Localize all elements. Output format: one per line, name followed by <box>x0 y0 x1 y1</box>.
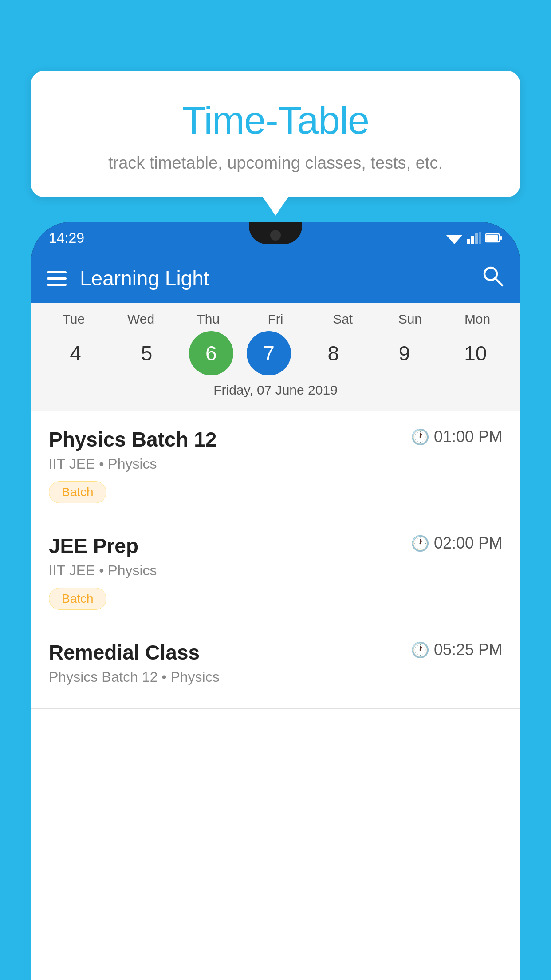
svg-rect-6 <box>500 236 502 240</box>
status-time: 14:29 <box>49 230 84 246</box>
day-8[interactable]: 8 <box>304 331 362 375</box>
wifi-icon <box>446 232 462 244</box>
schedule-time-value-3: 05:25 PM <box>434 640 502 659</box>
batch-badge-2: Batch <box>49 588 106 610</box>
schedule-container: Physics Batch 12 🕐 01:00 PM IIT JEE • Ph… <box>31 411 520 980</box>
calendar-week: Tue Wed Thu Fri Sat Sun Mon 4 5 6 7 8 9 … <box>31 303 520 411</box>
notch <box>249 222 302 244</box>
hamburger-line-3 <box>47 284 67 286</box>
search-icon[interactable] <box>481 264 504 292</box>
day-10[interactable]: 10 <box>447 331 504 375</box>
schedule-subtitle-2: IIT JEE • Physics <box>49 562 502 579</box>
day-header-sat: Sat <box>314 312 372 327</box>
day-header-fri: Fri <box>247 312 304 327</box>
schedule-title-3: Remedial Class <box>49 640 200 664</box>
schedule-time-1: 🕐 01:00 PM <box>411 427 502 446</box>
schedule-item-1-top: Physics Batch 12 🕐 01:00 PM <box>49 427 502 451</box>
svg-rect-1 <box>467 239 470 244</box>
tooltip-card: Time-Table track timetable, upcoming cla… <box>31 71 520 197</box>
batch-badge-1: Batch <box>49 481 106 503</box>
app-bar-title: Learning Light <box>80 266 209 290</box>
schedule-item-1[interactable]: Physics Batch 12 🕐 01:00 PM IIT JEE • Ph… <box>31 411 520 518</box>
schedule-item-3[interactable]: Remedial Class 🕐 05:25 PM Physics Batch … <box>31 624 520 709</box>
svg-rect-7 <box>486 235 498 241</box>
svg-rect-4 <box>479 232 481 244</box>
day-header-wed: Wed <box>112 312 170 327</box>
day-header-sun: Sun <box>381 312 439 327</box>
schedule-item-2[interactable]: JEE Prep 🕐 02:00 PM IIT JEE • Physics Ba… <box>31 518 520 624</box>
signal-icon <box>467 232 481 244</box>
svg-rect-2 <box>471 236 474 244</box>
battery-icon <box>485 233 502 243</box>
day-6-today[interactable]: 6 <box>189 331 233 375</box>
app-bar: Learning Light <box>31 254 520 303</box>
schedule-subtitle-3: Physics Batch 12 • Physics <box>49 669 502 685</box>
schedule-title-1: Physics Batch 12 <box>49 427 216 451</box>
day-9[interactable]: 9 <box>376 331 433 375</box>
schedule-item-3-top: Remedial Class 🕐 05:25 PM <box>49 640 502 664</box>
clock-icon-3: 🕐 <box>411 641 429 659</box>
tooltip-subtitle: track timetable, upcoming classes, tests… <box>49 154 502 173</box>
hamburger-menu-icon[interactable] <box>47 271 67 286</box>
schedule-time-value-1: 01:00 PM <box>434 427 502 446</box>
schedule-item-2-top: JEE Prep 🕐 02:00 PM <box>49 534 502 558</box>
status-icons <box>446 232 502 244</box>
phone-content: Tue Wed Thu Fri Sat Sun Mon 4 5 6 7 8 9 … <box>31 303 520 980</box>
hamburger-line-1 <box>47 271 67 273</box>
day-header-mon: Mon <box>449 312 506 327</box>
hamburger-line-2 <box>47 277 67 280</box>
schedule-time-value-2: 02:00 PM <box>434 534 502 553</box>
selected-date: Friday, 07 June 2019 <box>31 375 520 407</box>
schedule-subtitle-1: IIT JEE • Physics <box>49 456 502 472</box>
schedule-title-2: JEE Prep <box>49 534 138 558</box>
day-header-tue: Tue <box>45 312 102 327</box>
svg-rect-3 <box>475 233 478 244</box>
svg-line-9 <box>495 278 502 285</box>
schedule-time-2: 🕐 02:00 PM <box>411 534 502 553</box>
day-7-selected[interactable]: 7 <box>247 331 291 375</box>
schedule-time-3: 🕐 05:25 PM <box>411 640 502 659</box>
camera-dot <box>270 230 281 241</box>
day-headers: Tue Wed Thu Fri Sat Sun Mon <box>31 312 520 327</box>
status-bar: 14:29 <box>31 222 520 254</box>
day-numbers: 4 5 6 7 8 9 10 <box>31 331 520 375</box>
clock-icon-1: 🕐 <box>411 428 429 446</box>
day-header-thu: Thu <box>179 312 237 327</box>
search-svg <box>481 264 504 287</box>
app-bar-left: Learning Light <box>47 266 209 290</box>
day-4[interactable]: 4 <box>47 331 104 375</box>
tooltip-title: Time-Table <box>49 98 502 143</box>
svg-marker-0 <box>446 235 462 244</box>
day-5[interactable]: 5 <box>118 331 175 375</box>
phone-frame: 14:29 <box>31 222 520 980</box>
clock-icon-2: 🕐 <box>411 534 429 552</box>
